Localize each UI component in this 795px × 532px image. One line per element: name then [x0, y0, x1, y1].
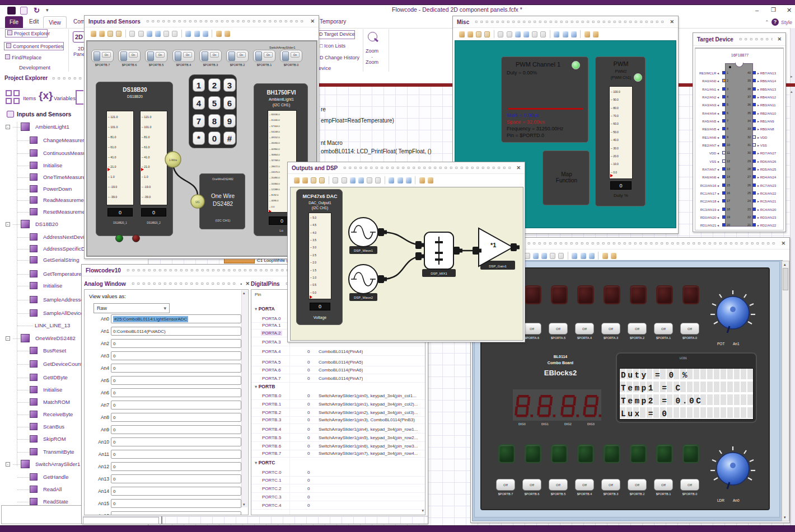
- svg-text:DSP_MIX1: DSP_MIX1: [431, 272, 447, 275]
- svg-text:DSP_Wave1: DSP_Wave1: [354, 249, 373, 252]
- svg-text:*1: *1: [490, 242, 496, 248]
- svg-text:DSP_Wave2: DSP_Wave2: [354, 296, 373, 299]
- svg-text:I2C: I2C: [195, 200, 200, 204]
- svg-text:1-Wire: 1-Wire: [169, 158, 177, 162]
- svg-text:DSP_Gain1: DSP_Gain1: [489, 265, 507, 268]
